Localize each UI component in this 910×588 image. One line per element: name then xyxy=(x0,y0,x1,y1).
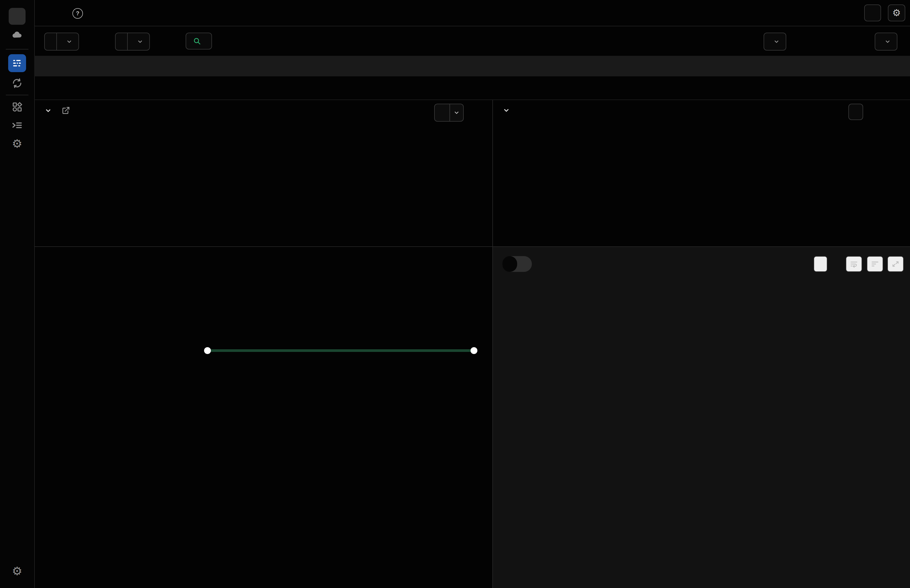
search-icon xyxy=(193,37,201,45)
apps-icon xyxy=(11,101,23,112)
cloud-icon[interactable] xyxy=(11,28,23,41)
sidebar-item-functions[interactable] xyxy=(11,119,23,132)
timeline-range-track[interactable] xyxy=(207,349,477,352)
sidebar-item-runs[interactable] xyxy=(8,54,26,72)
sidebar-item-settings[interactable]: ⚙ xyxy=(11,137,23,150)
runs-icon xyxy=(12,58,23,68)
topbar: ? ⚙ xyxy=(34,0,910,26)
chevron-down-icon xyxy=(137,38,144,45)
show-search-button[interactable] xyxy=(186,32,212,50)
sidebar-divider xyxy=(6,95,28,95)
gear-icon: ⚙ xyxy=(892,8,901,18)
trace-view xyxy=(34,100,492,588)
rerun-from-step-button[interactable] xyxy=(849,104,863,120)
timeline-grid xyxy=(207,363,477,559)
time-range-filter[interactable] xyxy=(875,32,897,50)
word-wrap-button[interactable] xyxy=(846,256,862,272)
step-header xyxy=(503,106,515,114)
app-window: ⚙ ⚙ ? ⚙ xyxy=(0,0,910,588)
align-left-icon xyxy=(871,260,879,268)
help-icon[interactable]: ? xyxy=(73,8,83,19)
sidebar-item-apps[interactable] xyxy=(11,100,23,113)
expand-button[interactable] xyxy=(887,256,904,272)
chevron-down-icon[interactable] xyxy=(503,106,510,114)
sidebar-divider xyxy=(6,49,28,50)
sidebar: ⚙ ⚙ xyxy=(0,0,35,588)
chevron-down-icon xyxy=(773,38,780,45)
status-filter[interactable] xyxy=(44,32,79,50)
chevron-down-icon xyxy=(884,38,891,45)
status-filter-label xyxy=(45,33,57,50)
gear-icon: ⚙ xyxy=(12,138,22,150)
filter-bar xyxy=(34,26,910,56)
word-wrap-icon xyxy=(850,260,858,268)
sidebar-item-sync[interactable] xyxy=(11,77,23,89)
raw-input-toggle[interactable] xyxy=(517,256,532,272)
apps-filter-label xyxy=(116,33,127,50)
send-test-event-button[interactable] xyxy=(864,5,881,21)
sync-icon xyxy=(11,78,23,89)
apps-filter[interactable] xyxy=(115,32,150,50)
settings-button[interactable]: ⚙ xyxy=(888,5,905,21)
runs-table-header xyxy=(34,56,910,76)
timeline-handle-left[interactable] xyxy=(204,347,211,354)
input-mode-toggle[interactable] xyxy=(503,256,532,272)
align-left-button[interactable] xyxy=(867,256,883,272)
timeline-handle-right[interactable] xyxy=(470,347,477,354)
chevron-down-icon xyxy=(66,38,73,45)
gear-icon: ⚙ xyxy=(12,565,22,577)
expand-icon xyxy=(892,260,899,268)
parsed-input-toggle[interactable] xyxy=(503,256,517,272)
avatar[interactable] xyxy=(9,8,26,25)
sidebar-bottom-settings[interactable]: ⚙ xyxy=(11,565,23,577)
terminal-list-icon xyxy=(11,120,23,131)
run-row[interactable] xyxy=(34,76,910,100)
step-io-panel xyxy=(493,247,910,588)
sort-filter[interactable] xyxy=(764,32,786,50)
copy-button[interactable] xyxy=(814,256,827,272)
